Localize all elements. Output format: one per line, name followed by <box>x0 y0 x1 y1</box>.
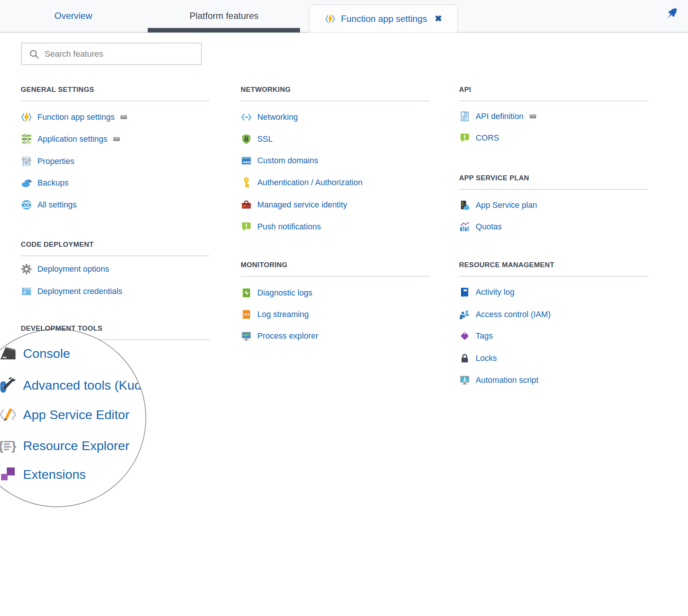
feature-link-cors[interactable]: CORS <box>459 130 499 145</box>
feature-link-push-notifications[interactable]: Push notifications <box>241 219 321 234</box>
bubble-exclaim-icon <box>241 221 252 232</box>
tab-function-app-settings-label: Function app settings <box>341 14 427 24</box>
toolbox-icon <box>241 199 252 210</box>
feature-link-label: All settings <box>37 200 77 210</box>
feature-link-app-service-plan[interactable]: App Service plan <box>459 198 537 213</box>
cloud-backup-icon <box>21 177 32 189</box>
tag-icon <box>459 330 470 342</box>
feature-link-app-service-editor[interactable]: App Service Editor <box>0 404 130 425</box>
section-heading-api: API <box>459 85 471 94</box>
console-icon <box>0 344 17 362</box>
feature-link-function-app-settings[interactable]: Function app settings <box>21 110 127 125</box>
close-tab-icon[interactable]: ✖ <box>434 14 442 24</box>
networking-icon <box>241 111 252 123</box>
tab-overview-label: Overview <box>54 11 92 21</box>
feature-link-resource-explorer[interactable]: {}Resource Explorer <box>0 435 130 456</box>
active-tab-underline <box>148 28 300 33</box>
feature-link-label: Authentication / Authorization <box>257 178 363 187</box>
feature-link-label: Deployment options <box>37 265 109 274</box>
tab-overview[interactable]: Overview <box>45 0 101 32</box>
section-divider <box>459 276 648 277</box>
section-heading-general-settings: GENERAL SETTINGS <box>21 85 94 94</box>
feature-link-quotas[interactable]: Quotas <box>459 219 502 234</box>
feature-link-label: App Service Editor <box>23 407 130 422</box>
feature-link-activity-log[interactable]: Activity log <box>459 285 515 300</box>
bar-chart-icon <box>459 221 470 232</box>
shield-lock-icon <box>241 133 252 145</box>
feature-link-managed-service-identity[interactable]: Managed service identity <box>241 197 347 212</box>
feature-link-ssl[interactable]: SSL <box>241 132 273 147</box>
section-divider <box>459 189 648 190</box>
feature-link-api-definition[interactable]: API definition <box>459 109 536 124</box>
feature-link-label: Tags <box>476 331 493 341</box>
pin-icon[interactable] <box>663 5 680 22</box>
sliders-vertical-icon <box>21 156 32 167</box>
feature-link-properties[interactable]: Properties <box>21 154 74 169</box>
feature-link-label: Deployment credentials <box>37 287 122 296</box>
svg-text:}: } <box>11 438 16 453</box>
book-stream-icon <box>241 309 252 320</box>
feature-link-process-explorer[interactable]: Process explorer <box>241 328 318 344</box>
feature-link-automation-script[interactable]: Automation script <box>459 373 538 388</box>
feature-link-deployment-options[interactable]: Deployment options <box>21 262 109 277</box>
feature-link-label: API definition <box>476 112 524 121</box>
key-icon <box>241 177 252 188</box>
feature-link-label: Access control (IAM) <box>476 310 550 319</box>
section-divider <box>21 101 210 101</box>
magnifier-circle: ConsoleAdvanced tools (Kudu)App Service … <box>0 329 146 507</box>
feature-link-label: Managed service identity <box>257 200 347 210</box>
feature-link-locks[interactable]: Locks <box>459 351 497 366</box>
function-app-icon <box>325 14 335 24</box>
sliders-horizontal-icon <box>21 133 32 145</box>
feature-link-label: Locks <box>476 354 497 363</box>
section-heading-development-tools: DEVELOPMENT TOOLS <box>21 324 102 333</box>
feature-link-label: Diagnostic logs <box>257 288 312 298</box>
section-heading-monitoring: MONITORING <box>241 261 288 269</box>
feature-link-label: Backups <box>37 178 68 188</box>
feature-link-tags[interactable]: Tags <box>459 328 493 344</box>
feature-link-advanced-tools-kudu[interactable]: Advanced tools (Kudu) <box>0 375 146 396</box>
svg-text:{: { <box>0 438 3 453</box>
section-heading-networking: NETWORKING <box>241 85 291 94</box>
feature-link-authentication-authorization[interactable]: Authentication / Authorization <box>241 175 363 190</box>
feature-link-extensions[interactable]: Extensions <box>0 464 86 485</box>
section-heading-resource-management: RESOURCE MANAGEMENT <box>459 261 554 269</box>
swiss-knife-icon <box>0 376 17 394</box>
feature-link-backups[interactable]: Backups <box>21 175 68 190</box>
feature-link-label: Resource Explorer <box>23 438 130 453</box>
feature-link-custom-domains[interactable]: wwwCustom domains <box>241 153 318 168</box>
feature-link-networking[interactable]: Networking <box>241 110 298 125</box>
preview-badge <box>113 137 120 141</box>
search-input[interactable] <box>45 43 201 64</box>
feature-link-log-streaming[interactable]: Log streaming <box>241 307 309 322</box>
feature-link-label: Extensions <box>23 467 86 482</box>
feature-link-label: Quotas <box>476 222 502 232</box>
feature-link-deployment-credentials[interactable]: //Deployment credentials <box>21 284 122 299</box>
feature-link-console[interactable]: Console <box>0 343 70 364</box>
svg-text:www: www <box>243 160 251 164</box>
tab-function-app-settings[interactable]: Function app settings ✖ <box>309 4 458 33</box>
feature-link-label: CORS <box>476 133 499 143</box>
feature-link-label: App Service plan <box>476 201 537 210</box>
feature-link-all-settings[interactable]: All settings <box>21 197 77 212</box>
feature-link-label: Custom domains <box>257 156 318 166</box>
api-doc-icon <box>459 111 470 122</box>
platform-features-page: Overview Platform features Function app … <box>0 0 688 616</box>
globe-settings-icon <box>21 199 32 210</box>
feature-link-application-settings[interactable]: Application settings <box>21 132 120 147</box>
preview-badge <box>530 115 536 118</box>
feature-link-label: Networking <box>257 113 298 122</box>
book-pulse-icon <box>241 287 252 299</box>
feature-link-label: Activity log <box>476 288 515 297</box>
search-icon <box>29 49 39 59</box>
tab-platform-features[interactable]: Platform features <box>174 0 274 32</box>
monitor-chart-icon <box>241 330 252 342</box>
braces-doc-icon: {} <box>0 436 17 455</box>
book-blue-icon <box>459 286 470 298</box>
feature-link-label: Advanced tools (Kudu) <box>23 378 146 393</box>
section-divider <box>241 276 430 277</box>
feature-link-diagnostic-logs[interactable]: Diagnostic logs <box>241 285 312 300</box>
function-app-icon <box>21 111 32 123</box>
feature-link-access-control-iam[interactable]: Access control (IAM) <box>459 307 550 322</box>
monitor-download-icon <box>459 375 470 386</box>
